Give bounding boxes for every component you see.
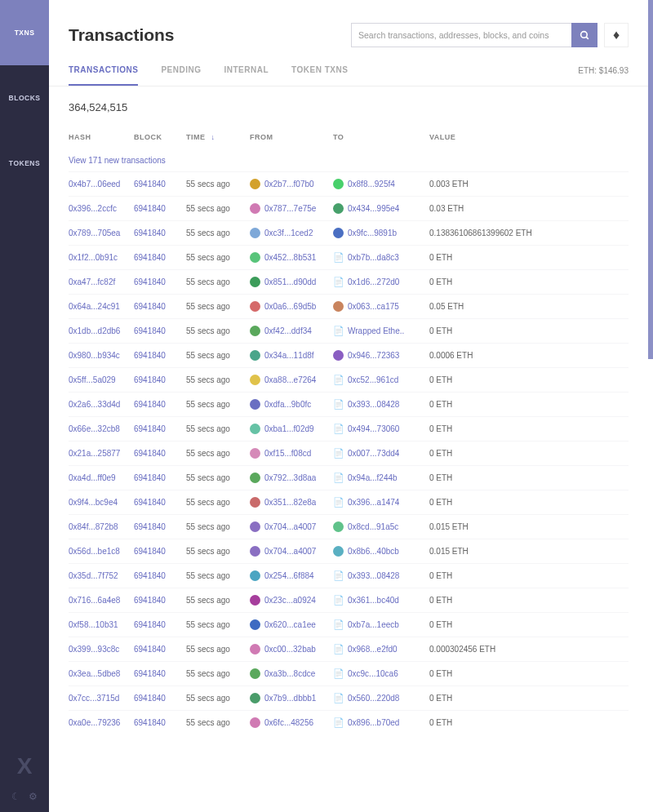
tx-hash-link[interactable]: 0x7cc...3715d xyxy=(69,694,134,703)
to-address-link[interactable]: 0x434...995e4 xyxy=(348,204,399,213)
moon-icon[interactable]: ☾ xyxy=(11,791,20,802)
th-from[interactable]: FROM xyxy=(250,133,333,141)
tx-hash-link[interactable]: 0x396...2ccfc xyxy=(69,204,134,213)
from-address-link[interactable]: 0x704...a4007 xyxy=(264,522,316,531)
tx-hash-link[interactable]: 0x3ea...5dbe8 xyxy=(69,669,134,678)
block-link[interactable]: 6941840 xyxy=(134,498,186,507)
tx-hash-link[interactable]: 0x56d...be1c8 xyxy=(69,547,134,556)
from-address-link[interactable]: 0x2b7...f07b0 xyxy=(264,180,314,189)
tab-pending[interactable]: PENDING xyxy=(161,65,201,86)
from-address-link[interactable]: 0x620...ca1ee xyxy=(264,620,316,629)
from-address-link[interactable]: 0x452...8b531 xyxy=(264,253,316,262)
block-link[interactable]: 6941840 xyxy=(134,326,186,335)
block-link[interactable]: 6941840 xyxy=(134,375,186,384)
to-address-link[interactable]: 0x946...72363 xyxy=(348,351,399,360)
scrollbar-thumb[interactable] xyxy=(648,0,653,359)
tx-hash-link[interactable]: 0x716...6a4e8 xyxy=(69,596,134,605)
from-address-link[interactable]: 0x792...3d8aa xyxy=(264,473,316,482)
th-hash[interactable]: HASH xyxy=(69,133,134,141)
tx-hash-link[interactable]: 0x1f2...0b91c xyxy=(69,253,134,262)
scrollbar-track[interactable] xyxy=(648,0,653,812)
from-address-link[interactable]: 0x704...a4007 xyxy=(264,547,316,556)
to-address-link[interactable]: 0x393...08428 xyxy=(348,571,399,580)
to-address-link[interactable]: 0xb7a...1eecb xyxy=(348,620,399,629)
tx-hash-link[interactable]: 0xf58...10b31 xyxy=(69,620,134,629)
sidebar-item-txns[interactable]: TXNS xyxy=(0,0,49,65)
block-link[interactable]: 6941840 xyxy=(134,571,186,580)
block-link[interactable]: 6941840 xyxy=(134,229,186,237)
from-address-link[interactable]: 0x7b9...dbbb1 xyxy=(264,694,316,703)
tx-hash-link[interactable]: 0x84f...872b8 xyxy=(69,522,134,531)
new-transactions-link[interactable]: View 171 new transactions xyxy=(69,149,629,171)
to-address-link[interactable]: 0xc52...961cd xyxy=(348,375,398,384)
tx-hash-link[interactable]: 0xa47...fc82f xyxy=(69,277,134,286)
search-button[interactable] xyxy=(571,23,597,47)
from-address-link[interactable]: 0x254...6f884 xyxy=(264,571,314,580)
from-address-link[interactable]: 0x6fc...48256 xyxy=(264,718,313,727)
from-address-link[interactable]: 0xc3f...1ced2 xyxy=(264,229,313,237)
block-link[interactable]: 6941840 xyxy=(134,351,186,360)
to-address-link[interactable]: 0x063...ca175 xyxy=(348,302,399,311)
block-link[interactable]: 6941840 xyxy=(134,669,186,678)
tx-hash-link[interactable]: 0x5ff...5a029 xyxy=(69,375,134,384)
to-address-link[interactable]: 0x361...bc40d xyxy=(348,596,399,605)
from-address-link[interactable]: 0xa88...e7264 xyxy=(264,375,316,384)
to-address-link[interactable]: 0x8b6...40bcb xyxy=(348,547,399,556)
to-address-link[interactable]: 0x494...73060 xyxy=(348,424,399,433)
block-link[interactable]: 6941840 xyxy=(134,473,186,482)
to-address-link[interactable]: 0x94a...f244b xyxy=(348,473,398,482)
to-address-link[interactable]: 0x896...b70ed xyxy=(348,718,399,727)
block-link[interactable]: 6941840 xyxy=(134,718,186,727)
block-link[interactable]: 6941840 xyxy=(134,645,186,654)
from-address-link[interactable]: 0xa3b...8cdce xyxy=(264,669,315,678)
from-address-link[interactable]: 0xc00...32bab xyxy=(264,645,316,654)
to-address-link[interactable]: 0x9fc...9891b xyxy=(348,229,397,237)
tx-hash-link[interactable]: 0x789...705ea xyxy=(69,229,134,237)
to-address-link[interactable]: 0xc9c...10ca6 xyxy=(348,669,398,678)
to-address-link[interactable]: 0xb7b...da8c3 xyxy=(348,253,399,262)
tx-hash-link[interactable]: 0x980...b934c xyxy=(69,351,134,360)
to-address-link[interactable]: 0x968...e2fd0 xyxy=(348,645,398,654)
network-selector[interactable]: ♦ xyxy=(604,23,629,47)
from-address-link[interactable]: 0x0a6...69d5b xyxy=(264,302,316,311)
to-address-link[interactable]: 0x8cd...91a5c xyxy=(348,522,398,531)
from-address-link[interactable]: 0xba1...f02d9 xyxy=(264,424,314,433)
from-address-link[interactable]: 0x851...d90dd xyxy=(264,277,316,286)
to-address-link[interactable]: 0x1d6...272d0 xyxy=(348,277,399,286)
tx-hash-link[interactable]: 0x1db...d2db6 xyxy=(69,326,134,335)
block-link[interactable]: 6941840 xyxy=(134,522,186,531)
to-address-link[interactable]: 0x396...a1474 xyxy=(348,498,399,507)
block-link[interactable]: 6941840 xyxy=(134,277,186,286)
block-link[interactable]: 6941840 xyxy=(134,204,186,213)
th-time[interactable]: TIME ↓ xyxy=(186,133,250,141)
from-address-link[interactable]: 0x23c...a0924 xyxy=(264,596,316,605)
block-link[interactable]: 6941840 xyxy=(134,620,186,629)
from-address-link[interactable]: 0xf42...ddf34 xyxy=(264,326,312,335)
block-link[interactable]: 6941840 xyxy=(134,596,186,605)
tx-hash-link[interactable]: 0xa0e...79236 xyxy=(69,718,134,727)
tx-hash-link[interactable]: 0x66e...32cb8 xyxy=(69,424,134,433)
tab-token-txns[interactable]: TOKEN TXNS xyxy=(291,65,348,86)
from-address-link[interactable]: 0x351...82e8a xyxy=(264,498,316,507)
from-address-link[interactable]: 0xdfa...9b0fc xyxy=(264,400,311,409)
th-to[interactable]: TO xyxy=(333,133,429,141)
th-block[interactable]: BLOCK xyxy=(134,133,186,141)
sidebar-item-tokens[interactable]: TOKENS xyxy=(0,131,49,196)
search-input[interactable] xyxy=(351,23,571,47)
block-link[interactable]: 6941840 xyxy=(134,547,186,556)
block-link[interactable]: 6941840 xyxy=(134,253,186,262)
tx-hash-link[interactable]: 0x9f4...bc9e4 xyxy=(69,498,134,507)
from-address-link[interactable]: 0xf15...f08cd xyxy=(264,449,311,458)
tx-hash-link[interactable]: 0x64a...24c91 xyxy=(69,302,134,311)
block-link[interactable]: 6941840 xyxy=(134,180,186,189)
tx-hash-link[interactable]: 0x21a...25877 xyxy=(69,449,134,458)
block-link[interactable]: 6941840 xyxy=(134,449,186,458)
to-address-link[interactable]: Wrapped Ethe.. xyxy=(348,326,404,335)
from-address-link[interactable]: 0x787...7e75e xyxy=(264,204,316,213)
to-address-link[interactable]: 0x560...220d8 xyxy=(348,694,399,703)
sidebar-item-blocks[interactable]: BLOCKS xyxy=(0,65,49,131)
tx-hash-link[interactable]: 0xa4d...ff0e9 xyxy=(69,473,134,482)
block-link[interactable]: 6941840 xyxy=(134,694,186,703)
tx-hash-link[interactable]: 0x4b7...06eed xyxy=(69,180,134,189)
th-value[interactable]: VALUE xyxy=(429,133,629,141)
